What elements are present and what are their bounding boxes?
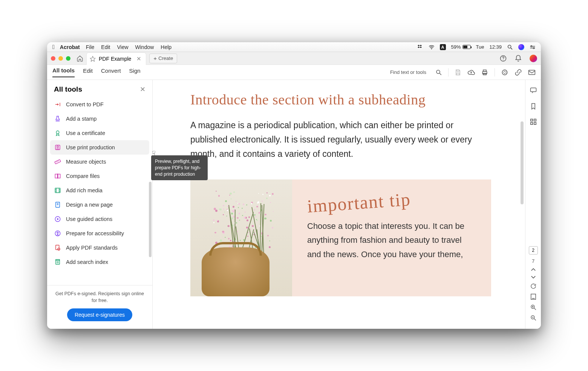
tool-item-stamp[interactable]: Add a stamp <box>50 112 149 126</box>
svg-point-19 <box>57 146 59 148</box>
svg-rect-13 <box>483 70 486 71</box>
request-esignatures-button[interactable]: Request e-signatures <box>67 308 132 321</box>
rotate-icon[interactable] <box>530 283 537 290</box>
tool-item-access[interactable]: Prepare for accessibility <box>50 226 149 241</box>
tab-convert[interactable]: Convert <box>101 67 121 77</box>
mail-icon[interactable] <box>528 69 536 75</box>
convert-icon <box>54 101 61 108</box>
media-icon <box>54 187 61 194</box>
svg-line-64 <box>534 319 536 320</box>
doc-image <box>190 179 292 296</box>
svg-line-11 <box>439 73 441 75</box>
search-icon[interactable] <box>435 69 442 76</box>
create-button[interactable]: +Create <box>149 54 177 63</box>
wifi-icon[interactable] <box>429 44 435 50</box>
tool-label: Measure objects <box>66 159 106 165</box>
svg-point-15 <box>502 70 507 75</box>
tab-sign[interactable]: Sign <box>129 67 141 77</box>
right-rail: 2 7 <box>525 80 541 329</box>
avatar[interactable] <box>530 55 537 62</box>
window-controls[interactable] <box>51 56 70 61</box>
tooltip: Preview, preflight, and prepare PDFs for… <box>151 155 208 180</box>
ai-icon[interactable] <box>501 69 508 76</box>
help-icon[interactable] <box>499 55 507 62</box>
svg-line-23 <box>57 161 58 162</box>
battery-indicator[interactable]: 59% <box>451 44 471 50</box>
tool-item-standards[interactable]: Apply PDF standards <box>50 241 149 255</box>
standards-icon <box>54 244 61 251</box>
menu-file[interactable]: File <box>86 44 95 50</box>
zoom-out-icon[interactable] <box>530 314 537 321</box>
app-tabbar: PDF Example ✕ +Create <box>47 52 541 65</box>
all-tools-panel: All tools ✕ Convert to PDFAdd a stampUse… <box>47 80 153 329</box>
svg-rect-28 <box>55 188 60 193</box>
svg-line-22 <box>56 162 57 163</box>
cloud-icon[interactable] <box>467 69 475 76</box>
page-down-icon[interactable] <box>531 275 536 279</box>
document-tab[interactable]: PDF Example ✕ <box>86 52 146 65</box>
menu-view[interactable]: View <box>117 44 128 50</box>
sidebar-scrollbar[interactable] <box>149 182 152 257</box>
svg-marker-37 <box>57 218 59 220</box>
spotlight-icon[interactable] <box>507 44 513 50</box>
viewer-scrollbar[interactable] <box>521 121 524 204</box>
create-label: Create <box>158 55 173 61</box>
star-icon[interactable] <box>90 56 96 62</box>
input-icon[interactable]: A <box>440 44 446 50</box>
svg-point-39 <box>57 231 58 232</box>
app-name[interactable]: Acrobat <box>60 44 80 50</box>
page-total: 7 <box>532 258 534 264</box>
find-label: Find text or tools <box>390 69 426 75</box>
control-center-icon[interactable] <box>530 44 536 50</box>
tool-label: Use a certificate <box>66 130 105 136</box>
design-icon <box>54 201 61 208</box>
tool-label: Add a stamp <box>66 116 96 122</box>
tool-item-compare[interactable]: Compare files <box>50 169 149 183</box>
tool-item-ruler[interactable]: Measure objects <box>50 155 149 169</box>
close-panel-icon[interactable]: ✕ <box>140 85 145 94</box>
tab-edit[interactable]: Edit <box>83 67 93 77</box>
svg-rect-53 <box>530 119 532 121</box>
svg-rect-56 <box>534 123 536 124</box>
svg-line-60 <box>534 308 536 310</box>
home-icon[interactable] <box>77 55 83 62</box>
tool-item-media[interactable]: Add rich media <box>50 183 149 198</box>
tool-item-convert[interactable]: Convert to PDF <box>50 97 149 112</box>
access-icon <box>54 230 61 237</box>
doc-paragraph: A magazine is a periodical publication, … <box>190 118 491 161</box>
tool-label: Use print production <box>66 144 115 150</box>
tool-item-design[interactable]: Design a new page <box>50 198 149 212</box>
tool-item-print[interactable]: Use print production <box>50 140 149 155</box>
link-icon[interactable] <box>514 69 522 76</box>
close-tab-icon[interactable]: ✕ <box>136 55 141 62</box>
menu-edit[interactable]: Edit <box>101 44 110 50</box>
page-up-icon[interactable] <box>531 268 536 271</box>
menu-help[interactable]: Help <box>161 44 172 50</box>
document-viewer: Introduce the section with a subheading … <box>153 80 541 329</box>
tool-label: Prepare for accessibility <box>66 230 124 236</box>
document-page[interactable]: Introduce the section with a subheading … <box>153 80 525 329</box>
dropbox-icon[interactable] <box>417 44 423 50</box>
menu-window[interactable]: Window <box>135 44 154 50</box>
page-current[interactable]: 2 <box>529 246 538 254</box>
svg-rect-26 <box>58 174 60 178</box>
siri-icon[interactable] <box>518 44 524 50</box>
tool-item-guided[interactable]: Use guided actions <box>50 212 149 226</box>
bookmarks-icon[interactable] <box>530 103 537 110</box>
tool-item-cert[interactable]: Use a certificate <box>50 126 149 140</box>
tool-label: Use guided actions <box>66 216 112 222</box>
thumbnails-icon[interactable] <box>530 118 537 125</box>
page-display-icon[interactable] <box>530 293 536 300</box>
zoom-in-icon[interactable] <box>530 304 537 311</box>
bell-icon[interactable] <box>514 55 522 62</box>
menubar-day: Tue <box>476 44 484 50</box>
svg-point-6 <box>533 47 534 48</box>
print-icon[interactable] <box>481 69 488 76</box>
tool-label: Design a new page <box>66 202 113 208</box>
comments-pane-icon[interactable] <box>530 87 537 94</box>
tab-all-tools[interactable]: All tools <box>52 67 75 77</box>
tool-item-index[interactable]: Add search index <box>50 255 149 269</box>
apple-icon[interactable]:  <box>52 44 55 51</box>
save-icon[interactable] <box>455 69 461 76</box>
guided-icon <box>54 215 61 223</box>
